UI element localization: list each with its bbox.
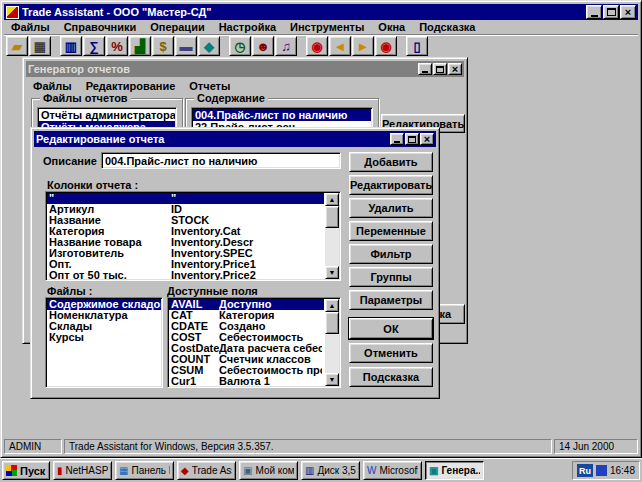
field-row[interactable]: CATКатегория (169, 310, 324, 321)
clock-button[interactable]: ◷ (229, 36, 251, 56)
report-item[interactable]: 004.Прайс-лист по наличию (193, 109, 371, 121)
add-button[interactable]: Добавить (349, 152, 433, 172)
menu-files[interactable]: Файлы (26, 80, 79, 92)
task-button-3[interactable]: ▣Мой комп... (239, 461, 298, 480)
cancel-button[interactable]: Отменить (349, 343, 433, 363)
parameters-button[interactable]: Параметры (349, 290, 433, 310)
menu-windows[interactable]: Окна (371, 21, 412, 33)
file-item[interactable]: Номенклатура (47, 310, 161, 321)
close-button[interactable]: × (448, 63, 462, 75)
vertical-scrollbar[interactable]: ▲ ▼ (325, 193, 339, 279)
files-label: Файлы : (47, 285, 92, 297)
menu-operations[interactable]: Операции (143, 21, 211, 33)
report-folder-item[interactable]: Отчёты администратора (39, 109, 175, 121)
column-row[interactable]: АртикулID (47, 204, 324, 215)
help-button[interactable]: Подсказка (349, 367, 433, 387)
field-row[interactable]: COUNTСчетчик классов (169, 354, 324, 365)
delete-button[interactable]: Удалить (349, 198, 433, 218)
field-desc-cell: Валюта 1 (219, 376, 322, 387)
file-item[interactable]: Содержимое складов (47, 299, 161, 310)
scrollbar-track[interactable] (325, 312, 339, 373)
description-input[interactable] (101, 152, 341, 169)
menu-files[interactable]: Файлы (4, 21, 57, 33)
generator-titlebar[interactable]: Генератор отчетов × (26, 61, 464, 77)
sync-right-icon: ◉ (380, 40, 391, 53)
file-item[interactable]: Курсы (47, 332, 161, 343)
minimize-button[interactable] (418, 63, 432, 75)
table-button[interactable]: ▥ (60, 36, 82, 56)
music-button[interactable]: ♫ (275, 36, 297, 56)
scroll-down-button[interactable]: ▼ (325, 373, 339, 386)
exit-button[interactable]: ▯ (406, 36, 428, 56)
column-row[interactable]: НазваниеSTOCK (47, 215, 324, 226)
field-row[interactable]: CSUMСебестоимость прода (169, 365, 324, 376)
scroll-up-button[interactable]: ▲ (325, 193, 339, 206)
vertical-scrollbar[interactable]: ▲ ▼ (325, 299, 339, 386)
edit-button[interactable]: Редактировать (349, 175, 433, 195)
available-fields-list[interactable]: ▲ ▼ AVAILДоступноCATКатегорияCDATEСоздан… (167, 297, 341, 388)
sync-left-button[interactable]: ◉ (306, 36, 328, 56)
scrollbar-thumb[interactable] (325, 206, 339, 228)
ruler-button[interactable]: ▬ (175, 36, 197, 56)
start-button[interactable]: Пуск (2, 461, 50, 480)
task-button-5[interactable]: WMicrosoft ... (363, 461, 422, 480)
users-button[interactable]: ☻ (252, 36, 274, 56)
dialog-files-list[interactable]: Содержимое складовНоменклатураСкладыКурс… (45, 297, 163, 388)
menu-reports[interactable]: Отчеты (182, 80, 237, 92)
menu-settings[interactable]: Настройка (212, 21, 283, 33)
groups-button[interactable]: Группы (349, 267, 433, 287)
maximize-button[interactable] (603, 5, 619, 19)
report-columns-list[interactable]: ▲ ▼ ""АртикулIDНазваниеSTOCKКатегорияInv… (45, 191, 341, 281)
column-row[interactable]: Опт от 50 тыс.Inventory.Price2 (47, 270, 324, 281)
sync-right-button[interactable]: ◉ (375, 36, 397, 56)
minimize-button[interactable] (390, 133, 404, 145)
column-row[interactable]: "" (47, 193, 324, 204)
column-row[interactable]: ИзготовительInventory.SPEC (47, 248, 324, 259)
file-item[interactable]: Склады (47, 321, 161, 332)
transfer-right-button[interactable]: ► (352, 36, 374, 56)
task-button-0[interactable]: ▮NetHASP ... (53, 461, 112, 480)
close-button[interactable]: × (420, 133, 434, 145)
chart-button[interactable]: ▟ (129, 36, 151, 56)
minimize-button[interactable] (586, 5, 602, 19)
scrollbar-track[interactable] (325, 206, 339, 266)
field-row[interactable]: AVAILДоступно (169, 299, 324, 310)
column-row[interactable]: КатегорияInventory.Cat (47, 226, 324, 237)
menu-references[interactable]: Справочники (57, 21, 144, 33)
tray-app-icon[interactable] (596, 465, 607, 476)
task-button-6[interactable]: ▣Генера... (425, 461, 484, 480)
field-row[interactable]: COSTСебестоимость (169, 332, 324, 343)
task-button-1[interactable]: ▦Панель М... (115, 461, 174, 480)
windows-logo-icon (6, 465, 17, 476)
language-indicator[interactable]: Ru (577, 464, 593, 477)
field-desc-cell: Дата расчета себесто (219, 343, 322, 354)
bucket-button[interactable]: ◆ (198, 36, 220, 56)
column-row[interactable]: Название товараInventory.Descr (47, 237, 324, 248)
field-row[interactable]: CostDateДата расчета себесто (169, 343, 324, 354)
scroll-down-button[interactable]: ▼ (325, 266, 339, 279)
menu-edit[interactable]: Редактирование (79, 80, 183, 92)
transfer-left-button[interactable]: ◄ (329, 36, 351, 56)
variables-button[interactable]: Переменные (349, 221, 433, 241)
open-folder-button[interactable]: ▰ (6, 36, 28, 56)
dialog-titlebar[interactable]: Редактирование отчета × (34, 131, 436, 147)
column-row[interactable]: Опт.Inventory.Price1 (47, 259, 324, 270)
main-titlebar[interactable]: Trade Assistant - ООО "Мастер-СД" × (4, 4, 638, 20)
percent-button[interactable]: % (106, 36, 128, 56)
ok-button[interactable]: ОК (349, 318, 433, 339)
field-row[interactable]: Cur1Валюта 1 (169, 376, 324, 387)
menu-help[interactable]: Подсказка (412, 21, 482, 33)
filter-button[interactable]: Фильтр (349, 244, 433, 264)
menu-tools[interactable]: Инструменты (283, 21, 371, 33)
printer-button[interactable]: ▦ (29, 36, 51, 56)
maximize-button[interactable] (433, 63, 447, 75)
maximize-button[interactable] (405, 133, 419, 145)
task-button-4[interactable]: ▥Диск 3,5 (... (301, 461, 360, 480)
close-button[interactable]: × (620, 5, 636, 19)
task-button-2[interactable]: ◆Trade Assi... (177, 461, 236, 480)
scrollbar-thumb[interactable] (325, 312, 339, 334)
field-row[interactable]: CDATEСоздано (169, 321, 324, 332)
money-button[interactable]: $ (152, 36, 174, 56)
sum-button[interactable]: ∑ (83, 36, 105, 56)
scroll-up-button[interactable]: ▲ (325, 299, 339, 312)
